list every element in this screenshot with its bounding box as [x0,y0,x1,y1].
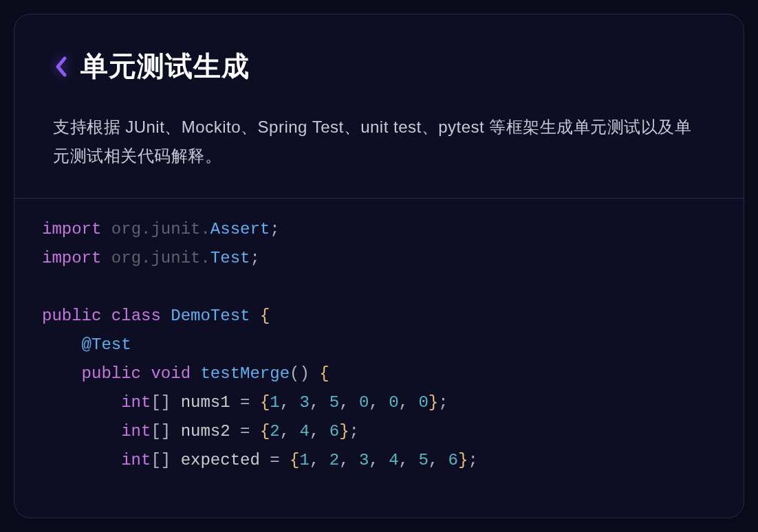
card-title: 单元测试生成 [80,47,250,85]
package-path: org.junit. [111,249,210,267]
feature-card: 单元测试生成 支持根据 JUnit、Mockito、Spring Test、un… [14,14,744,518]
variable: expected [181,451,260,469]
code-block: import org.junit.Assert; import org.juni… [14,199,744,518]
card-header: 单元测试生成 支持根据 JUnit、Mockito、Spring Test、un… [14,14,744,199]
keyword: class [111,307,161,325]
variable: nums2 [181,422,230,441]
class-ref: Assert [210,220,270,239]
keyword: public [82,364,141,383]
chevron-left-icon [53,54,69,79]
method-name: testMerge [200,364,290,383]
type-keyword: int [121,451,151,469]
class-name: DemoTest [171,307,250,325]
annotation: @Test [82,335,131,354]
keyword: import [42,249,101,267]
keyword: void [151,364,191,383]
card-description: 支持根据 JUnit、Mockito、Spring Test、unit test… [53,113,705,170]
keyword: import [42,220,101,239]
class-ref: Test [210,249,250,267]
type-keyword: int [121,393,151,412]
variable: nums1 [181,393,230,412]
type-keyword: int [121,422,151,441]
keyword: public [42,307,101,325]
title-row: 单元测试生成 [53,47,705,85]
package-path: org.junit. [111,220,210,239]
